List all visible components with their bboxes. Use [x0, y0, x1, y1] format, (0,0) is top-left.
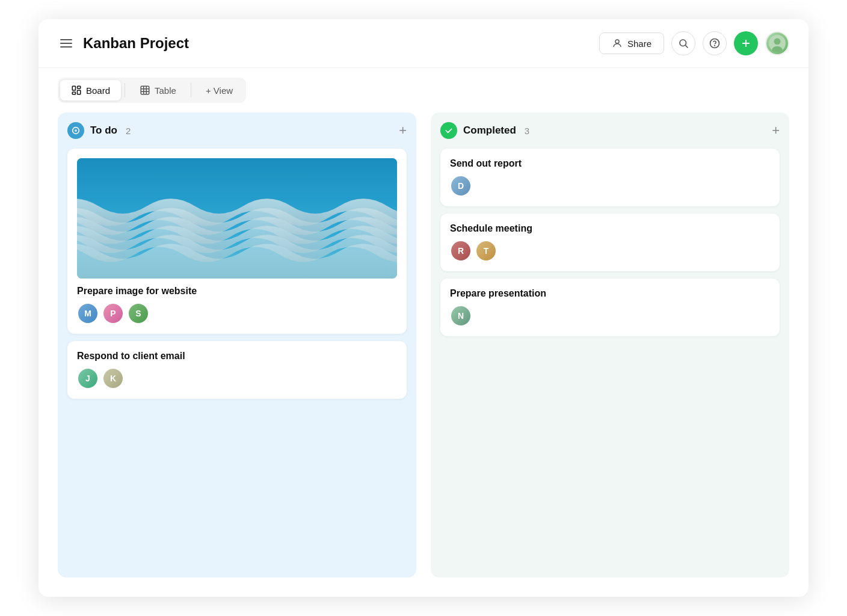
assignee-avatar: T [475, 240, 497, 262]
plus-icon [740, 37, 752, 49]
header: Kanban Project Share [38, 19, 808, 68]
add-completed-button[interactable]: + [772, 124, 780, 137]
table-icon [140, 85, 150, 96]
card-title-4: Schedule meeting [450, 223, 770, 234]
card-assignees-2: J K [77, 368, 397, 389]
svg-line-2 [685, 45, 688, 48]
board-main: To do 2 + [38, 112, 808, 597]
search-icon [678, 38, 689, 49]
assignee-avatar: R [450, 240, 472, 262]
assignee-avatar: K [102, 368, 124, 389]
tab-table[interactable]: Table [129, 80, 187, 100]
card-title-5: Prepare presentation [450, 288, 770, 299]
svg-point-1 [680, 40, 686, 46]
toolbar: Board Table + View [38, 68, 808, 112]
tab-board[interactable]: Board [60, 80, 121, 100]
assignee-avatar: N [450, 305, 472, 327]
column-header-todo: To do 2 + [67, 122, 407, 139]
card-client-email[interactable]: Respond to client email J K [67, 341, 407, 399]
card-title-3: Send out report [450, 158, 770, 169]
add-todo-button[interactable]: + [399, 124, 407, 137]
column-count-todo: 2 [126, 126, 131, 136]
card-send-report[interactable]: Send out report D [440, 149, 780, 206]
menu-icon[interactable] [58, 37, 75, 50]
search-button[interactable] [671, 31, 695, 55]
column-completed: Completed 3 + Send out report D Schedule… [431, 112, 789, 578]
page-title: Kanban Project [83, 35, 189, 52]
svg-point-4 [715, 45, 715, 46]
column-header-completed: Completed 3 + [440, 122, 780, 139]
person-icon [612, 38, 623, 49]
add-button[interactable] [734, 31, 758, 55]
svg-rect-12 [78, 90, 81, 94]
card-assignees-5: N [450, 305, 770, 327]
svg-rect-13 [72, 92, 75, 94]
todo-status-icon [67, 122, 84, 139]
svg-rect-11 [78, 86, 81, 88]
svg-rect-14 [141, 86, 149, 94]
svg-point-0 [615, 40, 619, 43]
column-header-left-todo: To do 2 [67, 122, 131, 139]
assignee-avatar: P [102, 303, 124, 324]
card-title-2: Respond to client email [77, 351, 397, 362]
completed-status-icon [440, 122, 457, 139]
card-assignees-3: D [450, 175, 770, 197]
column-title-completed: Completed [463, 125, 516, 137]
header-left: Kanban Project [58, 35, 189, 52]
assignee-avatar: M [77, 303, 99, 324]
card-title-1: Prepare image for website [77, 286, 397, 297]
tab-add-view[interactable]: + View [195, 81, 244, 100]
card-image [77, 158, 397, 279]
share-button[interactable]: Share [599, 32, 664, 54]
assignee-avatar: S [128, 303, 149, 324]
tab-divider [125, 83, 125, 97]
column-header-left-completed: Completed 3 [440, 122, 529, 139]
card-prepare-presentation[interactable]: Prepare presentation N [440, 279, 780, 336]
tab-divider-2 [191, 83, 191, 97]
column-todo: To do 2 + [58, 112, 416, 578]
svg-point-8 [774, 38, 781, 45]
card-schedule-meeting[interactable]: Schedule meeting R T [440, 214, 780, 271]
card-prepare-image[interactable]: Prepare image for website M P S [67, 149, 407, 334]
svg-point-20 [75, 129, 77, 132]
assignee-avatar: D [450, 175, 472, 197]
assignee-avatar: J [77, 368, 99, 389]
card-assignees-1: M P S [77, 303, 397, 324]
column-title-todo: To do [90, 125, 117, 137]
header-right: Share [599, 31, 789, 55]
help-icon [709, 38, 720, 49]
user-avatar[interactable] [765, 31, 789, 55]
card-assignees-4: R T [450, 240, 770, 262]
column-count-completed: 3 [525, 126, 529, 136]
view-tabs: Board Table + View [58, 78, 246, 103]
help-button[interactable] [703, 31, 727, 55]
app-window: Kanban Project Share [38, 19, 808, 597]
board-icon [71, 85, 82, 96]
svg-rect-10 [72, 86, 75, 90]
